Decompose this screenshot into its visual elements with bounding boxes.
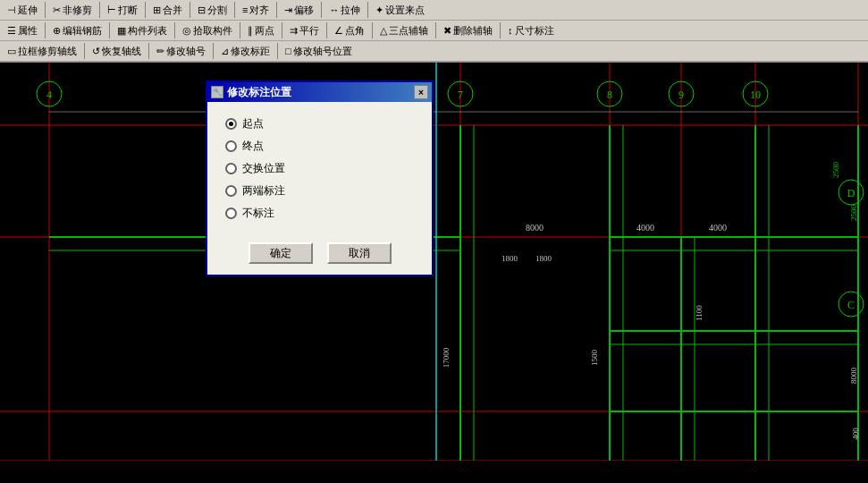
toolbar-area: ⊣ 延伸 ✂ 非修剪 ⊢ 打断 ⊞ 合并 ⊟ 分割 ≡ 对齐 ⇥ — [0, 0, 868, 63]
btn-dianjiao[interactable]: ∠ 点角 — [331, 23, 368, 38]
sep14 — [326, 22, 327, 38]
svg-text:4000: 4000 — [709, 223, 727, 233]
sep19 — [148, 43, 149, 59]
radio-circle-qidian — [225, 118, 237, 130]
sep16 — [435, 22, 436, 38]
btn-fenjian[interactable]: ⊟ 分割 — [194, 3, 231, 18]
shanchufuzhou-icon: ✖ — [443, 25, 451, 37]
sep4 — [190, 2, 190, 18]
svg-text:4000: 4000 — [636, 223, 654, 233]
goujianliebiao-icon: ▦ — [117, 25, 126, 37]
dialog-buttons: 确定 取消 — [225, 239, 414, 264]
btn-xiugaizhuhouweizhi[interactable]: □ 修改轴号位置 — [282, 44, 356, 59]
btn-goujianliebiao[interactable]: ▦ 构件列表 — [114, 23, 171, 38]
sep2 — [99, 2, 100, 18]
svg-text:2500: 2500 — [849, 205, 858, 222]
yanshen-icon: ⊣ — [7, 4, 16, 16]
btn-dajin[interactable]: ⊢ 打断 — [104, 3, 141, 18]
btn-yanshen[interactable]: ⊣ 延伸 — [4, 3, 41, 18]
radio-circle-zhongdian — [225, 140, 237, 152]
toolbar-row-3: ▭ 拉框修剪轴线 ↺ 恢复轴线 ✏ 修改轴号 ⊿ 修改标距 □ 修改轴号位置 — [0, 41, 868, 62]
dajin-icon: ⊢ — [107, 4, 116, 16]
xiugaibiaozhu-icon: ⊿ — [221, 46, 229, 57]
svg-text:1500: 1500 — [590, 350, 599, 367]
radio-circle-liangduanbianzhu — [225, 185, 237, 197]
radio-item-qidian[interactable]: 起点 — [225, 116, 414, 131]
svg-text:2500: 2500 — [831, 162, 840, 179]
radio-circle-bubianzhu — [225, 208, 237, 219]
btn-lakuangxiu[interactable]: ▭ 拉框修剪轴线 — [4, 44, 80, 59]
svg-text:1800: 1800 — [535, 254, 552, 263]
radio-group: 起点 终点 交换位置 两端标注 — [225, 116, 414, 221]
btn-chicunzhu[interactable]: ↕ 尺寸标注 — [504, 23, 558, 38]
sep13 — [282, 22, 282, 38]
btn-feijianji[interactable]: ✂ 非修剪 — [49, 3, 96, 18]
sep9 — [45, 22, 46, 38]
dialog-close-button[interactable]: × — [414, 85, 428, 99]
radio-label-liangduanbianzhu: 两端标注 — [242, 183, 285, 199]
dialog-title: 🔧 修改标注位置 — [211, 85, 291, 100]
svg-text:400: 400 — [851, 428, 860, 440]
sep3 — [145, 2, 146, 18]
btn-lashen[interactable]: ↔ 拉伸 — [325, 3, 364, 18]
cancel-button[interactable]: 取消 — [327, 242, 392, 264]
radio-circle-jiaohuanweizhi — [225, 163, 237, 174]
btn-liangdian[interactable]: ∥ 两点 — [244, 23, 278, 38]
btn-duiqi[interactable]: ≡ 对齐 — [239, 3, 273, 18]
canvas-area: 4 7 8 9 10 C D 2500 2500 8000 8000 4000 … — [0, 63, 868, 461]
dialog-content: 起点 终点 交换位置 两端标注 — [207, 102, 432, 275]
pinxing-icon: ⇉ — [290, 25, 298, 37]
btn-shezhi[interactable]: ✦ 设置来点 — [372, 3, 428, 18]
quqigoujian-icon: ◎ — [182, 25, 191, 37]
btn-shuxing[interactable]: ☰ 属性 — [4, 23, 41, 38]
dialog-titlebar: 🔧 修改标注位置 × — [207, 82, 432, 102]
btn-pinxing[interactable]: ⇉ 平行 — [286, 23, 323, 38]
radio-label-qidian: 起点 — [242, 116, 264, 131]
sep5 — [234, 2, 235, 18]
lakuangxiu-icon: ▭ — [7, 46, 16, 57]
sep18 — [84, 43, 85, 59]
btn-heping[interactable]: ⊞ 合并 — [149, 3, 186, 18]
cad-drawing: 4 7 8 9 10 C D 2500 2500 8000 8000 4000 … — [0, 63, 868, 461]
radio-label-jiaohuanweizhi: 交换位置 — [242, 161, 285, 176]
btn-bianjiganjin[interactable]: ⊕ 编辑钢筋 — [49, 23, 105, 38]
btn-shanchufuzhou[interactable]: ✖ 删除辅轴 — [440, 23, 496, 38]
radio-item-bubianzhu[interactable]: 不标注 — [225, 206, 414, 221]
sep20 — [213, 43, 214, 59]
svg-text:4: 4 — [46, 89, 52, 101]
pianyi-icon: ⇥ — [284, 4, 292, 16]
shuxing-icon: ☰ — [7, 25, 16, 37]
sep10 — [109, 22, 110, 38]
duiqi-icon: ≡ — [242, 4, 248, 15]
sandianfuzhou-icon: △ — [380, 25, 387, 37]
btn-huifuzhouzhou[interactable]: ↺ 恢复轴线 — [88, 44, 145, 59]
fenjian-icon: ⊟ — [198, 4, 206, 16]
btn-xiugaibiaozhu[interactable]: ⊿ 修改标距 — [217, 44, 274, 59]
huifuzhouzhou-icon: ↺ — [92, 46, 100, 57]
xiugaizhouhou-icon: ✏ — [156, 46, 164, 57]
dialog-modify-position: 🔧 修改标注位置 × 起点 终点 交换位置 — [206, 80, 434, 276]
svg-text:7: 7 — [458, 89, 463, 101]
dialog-title-icon: 🔧 — [211, 86, 223, 98]
svg-text:1800: 1800 — [501, 254, 518, 263]
confirm-button[interactable]: 确定 — [249, 242, 313, 264]
xiugaizhuhouweizhi-icon: □ — [285, 46, 291, 56]
toolbar-row-1: ⊣ 延伸 ✂ 非修剪 ⊢ 打断 ⊞ 合并 ⊟ 分割 ≡ 对齐 ⇥ — [0, 0, 868, 21]
sep1 — [45, 2, 46, 18]
svg-text:17000: 17000 — [442, 347, 451, 368]
svg-text:10: 10 — [750, 89, 761, 101]
sep6 — [276, 2, 277, 18]
btn-quqigoujian[interactable]: ◎ 拾取构件 — [179, 23, 236, 38]
shezhi-icon: ✦ — [375, 4, 383, 16]
svg-text:8: 8 — [607, 89, 612, 101]
feijianji-icon: ✂ — [53, 4, 61, 16]
btn-pianyi[interactable]: ⇥ 偏移 — [281, 3, 317, 18]
chicunzhu-icon: ↕ — [508, 25, 513, 36]
btn-xiugaizhouhou[interactable]: ✏ 修改轴号 — [153, 44, 209, 59]
radio-item-liangduanbianzhu[interactable]: 两端标注 — [225, 183, 414, 199]
svg-text:1100: 1100 — [695, 305, 704, 321]
radio-item-zhongdian[interactable]: 终点 — [225, 139, 414, 154]
radio-item-jiaohuanweizhi[interactable]: 交换位置 — [225, 161, 414, 176]
btn-sandianfuzhou[interactable]: △ 三点辅轴 — [376, 23, 432, 38]
svg-text:C: C — [847, 299, 855, 311]
